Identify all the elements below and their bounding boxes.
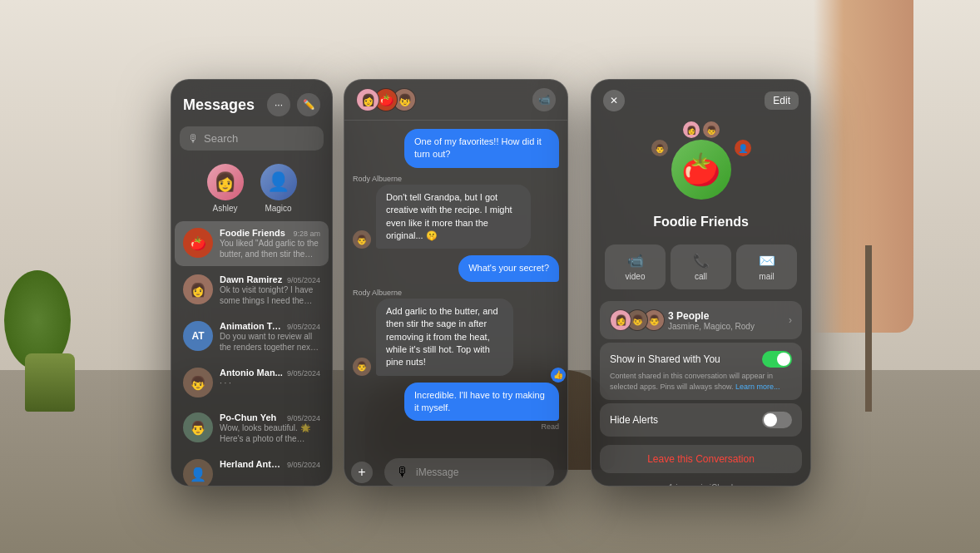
msg-incoming-1: Rody Albuerne 👨 Don't tell Grandpa, but … <box>353 175 559 249</box>
msg-outgoing-3: Incredible. I'll have to try making it m… <box>353 383 559 432</box>
learn-more-link[interactable]: Learn more... <box>735 383 780 391</box>
search-placeholder: Search <box>204 132 238 145</box>
msg-avatar-row-2: 👨 Add garlic to the butter, and then sti… <box>353 299 559 376</box>
dawn-time: 9/05/2024 <box>287 276 320 284</box>
shared-with-you-toggle[interactable] <box>762 351 792 368</box>
herland-avatar: 👤 <box>183 459 213 486</box>
conv-top: Antonio Man... 9/05/2024 <box>220 368 320 378</box>
close-details-button[interactable]: ✕ <box>603 90 625 111</box>
pochun-name: Po-Chun Yeh <box>220 412 276 422</box>
jasmine-header-avatar: 👩 <box>356 88 379 111</box>
pinned-ashley[interactable]: 👩 Ashley <box>207 164 244 213</box>
foodie-friends-time: 9:28 am <box>293 230 320 238</box>
msg-bubble-2: Don't tell Grandpa, but I got creative w… <box>376 185 531 249</box>
foodie-friends-avatar: 🍅 <box>183 228 213 258</box>
conv-top: Po-Chun Yeh 9/05/2024 <box>220 412 320 422</box>
details-panel: ✕ Edit 👩 👦 👨 🍅 👤 Foodie Friends 📹 video … <box>591 79 811 486</box>
magico-avatar: 👤 <box>260 164 297 200</box>
dawn-content: Dawn Ramirez 9/05/2024 Ok to visit tonig… <box>220 274 320 306</box>
message-input-bar[interactable]: 🎙 iMessage <box>384 458 554 486</box>
msg-avatar-row-1: 👨 Don't tell Grandpa, but I got creative… <box>353 185 559 249</box>
rody-msg-avatar-2: 👨 <box>353 358 371 376</box>
video-action-button[interactable]: 📹 video <box>605 244 666 289</box>
plant-pot <box>25 353 75 412</box>
hide-alerts-toggle[interactable] <box>762 412 792 428</box>
mail-label: mail <box>759 272 774 281</box>
room-curtain <box>814 0 913 333</box>
chat-header-avatars: 👩 🍅 👦 <box>356 88 411 111</box>
chevron-right-icon: › <box>789 314 792 326</box>
animation-team-avatar: AT <box>183 321 213 351</box>
edit-button[interactable]: Edit <box>765 91 799 110</box>
pochun-content: Po-Chun Yeh 9/05/2024 Wow, looks beautif… <box>220 412 320 444</box>
member-mini-avatar-2: 👨 <box>651 140 668 156</box>
conv-herland[interactable]: 👤 Herland Ante... 9/05/2024 <box>175 452 329 486</box>
conv-foodie-friends[interactable]: 🍅 Foodie Friends 9:28 am You liked "Add … <box>175 221 329 266</box>
animation-team-content: Animation Team 9/05/2024 Do you want to … <box>220 321 320 353</box>
search-bar[interactable]: 🎙 Search <box>180 126 324 151</box>
jasmine-people-avatar: 👩 <box>610 309 631 331</box>
people-avatars: 👩 👦 👨 <box>610 309 660 331</box>
msg-bubble-1: One of my favorites!! How did it turn ou… <box>404 129 559 168</box>
toggle-label-row: Show in Shared with You <box>610 351 792 368</box>
compose-button[interactable]: ✏️ <box>297 93 320 116</box>
conv-animation-team[interactable]: AT Animation Team 9/05/2024 Do you want … <box>175 314 329 359</box>
antonio-name: Antonio Man... <box>220 368 283 378</box>
conv-top: Foodie Friends 9:28 am <box>220 228 320 238</box>
dawn-name: Dawn Ramirez <box>220 274 282 284</box>
hide-alerts-row: Hide Alerts <box>600 403 802 437</box>
pochun-time: 9/05/2024 <box>287 414 320 422</box>
chat-input-row: + 🎙 iMessage <box>344 453 567 486</box>
pinned-magico[interactable]: 👤 Magico <box>260 164 297 213</box>
pochun-preview: Wow, looks beautiful. 🌟 Here's a photo o… <box>220 422 320 444</box>
messages-list-panel: Messages ··· ✏️ 🎙 Search 👩 Ashley 👤 Magi… <box>171 79 333 486</box>
toggle-knob <box>777 353 790 366</box>
leave-conversation-button[interactable]: Leave this Conversation <box>600 445 802 473</box>
mini-avatars-top: 👩 👦 <box>651 121 751 138</box>
animation-team-preview: Do you want to review all the renders to… <box>220 331 320 353</box>
msg-incoming-2: Rody Albuerne 👨 Add garlic to the butter… <box>353 289 559 376</box>
conv-top: Herland Ante... 9/05/2024 <box>220 459 320 469</box>
conv-dawn-ramirez[interactable]: 👩 Dawn Ramirez 9/05/2024 Ok to visit ton… <box>175 268 329 313</box>
people-row[interactable]: 👩 👦 👨 3 People Jasmine, Magico, Rody › <box>600 301 802 339</box>
animation-team-time: 9/05/2024 <box>287 323 320 331</box>
add-attachment-button[interactable]: + <box>351 462 373 483</box>
conv-pochun[interactable]: 👨 Po-Chun Yeh 9/05/2024 Wow, looks beaut… <box>175 406 329 451</box>
antonio-time: 9/05/2024 <box>287 369 320 378</box>
msg-outgoing-2: What's your secret? <box>353 255 559 281</box>
msg-sender-1: Rody Albuerne <box>353 175 402 183</box>
mail-action-button[interactable]: ✉️ mail <box>736 244 797 289</box>
more-options-button[interactable]: ··· <box>267 93 290 116</box>
details-header: ✕ Edit <box>591 80 810 121</box>
group-info: 👩 👦 👨 🍅 👤 Foodie Friends <box>591 121 810 239</box>
dawn-avatar: 👩 <box>183 274 213 304</box>
action-buttons: 📹 video 📞 call ✉️ mail <box>591 239 810 298</box>
mic-icon: 🎙 <box>188 132 199 145</box>
video-call-button[interactable]: 📹 <box>532 88 556 111</box>
antonio-avatar: 👦 <box>183 368 213 397</box>
herland-time: 9/05/2024 <box>287 461 320 469</box>
call-action-button[interactable]: 📞 call <box>671 244 731 289</box>
rody-msg-avatar: 👨 <box>353 230 371 249</box>
msg-bubble-4: Add garlic to the butter, and then stir … <box>376 299 513 376</box>
jasmine-mini-avatar: 👩 <box>683 121 700 138</box>
conv-top: Dawn Ramirez 9/05/2024 <box>220 274 320 284</box>
shared-description: Content shared in this conversation will… <box>610 371 792 392</box>
video-label: video <box>626 272 646 281</box>
group-avatar-container: 👩 👦 👨 🍅 👤 <box>651 121 751 206</box>
conv-antonio[interactable]: 👦 Antonio Man... 9/05/2024 · · · <box>175 361 329 404</box>
member-mini-avatar: 👦 <box>703 121 720 138</box>
msg-sender-2: Rody Albuerne <box>353 289 402 297</box>
messages-header: Messages ··· ✏️ <box>171 80 332 123</box>
bubble-container-reaction: Add garlic to the butter, and then stir … <box>376 299 559 376</box>
hide-alerts-knob <box>764 413 777 427</box>
read-label: Read <box>541 422 559 431</box>
chat-messages: One of my favorites!! How did it turn ou… <box>344 121 567 453</box>
msg-bubble-3: What's your secret? <box>458 255 559 281</box>
antonio-content: Antonio Man... 9/05/2024 · · · <box>220 368 320 388</box>
people-count: 3 People <box>668 310 780 322</box>
msg-bubble-5: Incredible. I'll have to try making it m… <box>404 383 559 422</box>
ashley-avatar: 👩 <box>207 164 244 200</box>
conv-top: Animation Team 9/05/2024 <box>220 321 320 331</box>
group-large-avatar: 🍅 <box>671 140 731 200</box>
